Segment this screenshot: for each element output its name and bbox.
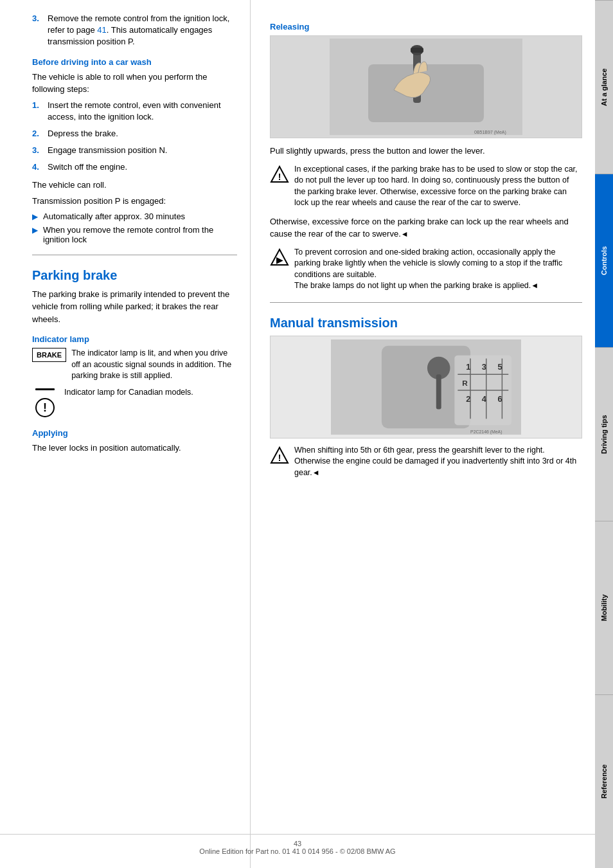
car-wash-step-1: 1. Insert the remote control, even with …: [32, 100, 237, 123]
svg-text:P2C2146 (MeA): P2C2146 (MeA): [470, 429, 502, 435]
manual-transmission-warning: ! When shifting into 5th or 6th gear, pr…: [270, 445, 582, 479]
page-footer: 43 Online Edition for Part no. 01 41 0 0…: [0, 834, 595, 855]
car-wash-step-3-text: Engage transmission position N.: [48, 145, 237, 156]
brake-indicator-box: BRAKE: [32, 348, 66, 362]
svg-rect-4: [368, 64, 484, 122]
car-wash-step-2-text: Depress the brake.: [48, 128, 237, 140]
bullet-text-1: Automatically after approx. 30 minutes: [43, 212, 185, 221]
car-wash-step-4-num: 4.: [32, 161, 45, 173]
sidebar-tab-at-a-glance[interactable]: At a glance: [595, 0, 613, 174]
svg-rect-16: [436, 374, 441, 409]
releasing-note-text: To prevent corrosion and one-sided braki…: [294, 247, 582, 292]
warning-triangle-icon: !: [270, 165, 289, 185]
svg-rect-0: [35, 388, 55, 390]
car-wash-step-3: 3. Engage transmission position N.: [32, 145, 237, 156]
svg-text:!: !: [278, 172, 281, 182]
sidebar-tab-controls[interactable]: Controls: [595, 174, 613, 347]
releasing-heading: Releasing: [270, 22, 582, 32]
sidebar-tabs: At a glance Controls Driving tips Mobili…: [595, 0, 613, 868]
step-3-item: 3. Remove the remote control from the ig…: [32, 13, 237, 48]
footer-text: Online Edition for Part no. 01 41 0 014 …: [199, 847, 395, 855]
car-wash-step-3-num: 3.: [32, 145, 45, 156]
sidebar-tab-driving-tips[interactable]: Driving tips: [595, 347, 613, 521]
right-column: Releasing: [251, 0, 595, 868]
svg-text:5: 5: [497, 362, 502, 372]
svg-text:2: 2: [466, 393, 470, 403]
canadian-indicator-icon: !: [32, 388, 58, 419]
applying-heading: Applying: [32, 428, 237, 438]
svg-text:!: !: [43, 401, 47, 414]
canadian-indicator-text: Indicator lamp for Canadian models.: [64, 387, 237, 399]
svg-text:1: 1: [466, 362, 470, 372]
svg-text:▶: ▶: [276, 255, 283, 265]
car-wash-step-4-text: Switch off the engine.: [48, 161, 237, 173]
releasing-warning: ! In exceptional cases, if the parking b…: [270, 164, 582, 209]
left-column: 3. Remove the remote control from the ig…: [0, 0, 251, 868]
indicator-lamp-heading: Indicator lamp: [32, 334, 237, 344]
car-wash-step-1-num: 1.: [32, 100, 45, 123]
transmission-engaged: Transmission position P is engaged:: [32, 195, 237, 208]
bullet-2: ▶ When you remove the remote control fro…: [32, 225, 237, 244]
page-number: 43: [294, 840, 301, 847]
manual-transmission-heading: Manual transmission: [270, 316, 582, 330]
mt-warning-triangle-icon: !: [270, 446, 289, 466]
releasing-warning-text: In exceptional cases, if the parking bra…: [294, 164, 582, 209]
svg-text:R: R: [462, 379, 468, 388]
step-3-number: 3.: [32, 13, 45, 48]
releasing-illustration: 0B51B97 (MeA): [330, 39, 522, 135]
car-wash-intro: The vehicle is able to roll when you per…: [32, 71, 237, 96]
car-wash-step-2: 2. Depress the brake.: [32, 128, 237, 140]
canadian-indicator-row: ! Indicator lamp for Canadian models.: [32, 387, 237, 419]
bullet-1: ▶ Automatically after approx. 30 minutes: [32, 212, 237, 221]
bullet-arrow-1: ▶: [32, 212, 38, 221]
section-divider-1: [32, 255, 237, 255]
car-wash-heading: Before driving into a car wash: [32, 57, 237, 67]
bullet-text-2: When you remove the remote control from …: [43, 225, 237, 244]
svg-text:4: 4: [482, 393, 487, 403]
step-3-text: Remove the remote control from the ignit…: [48, 13, 237, 48]
mt-warning-text: When shifting into 5th or 6th gear, pres…: [294, 445, 582, 479]
applying-text: The lever locks in position automaticall…: [32, 442, 237, 455]
releasing-description: Pull slightly upwards, press the button …: [270, 145, 582, 158]
page-link-41[interactable]: 41: [97, 25, 106, 35]
bullet-arrow-2: ▶: [32, 226, 38, 235]
gear-diagram: 1 3 5 R 2 4 6 P2C2146 (MeA): [270, 336, 582, 439]
sidebar-tab-reference[interactable]: Reference: [595, 694, 613, 868]
gear-illustration: 1 3 5 R 2 4 6 P2C2146 (MeA): [330, 339, 522, 435]
car-wash-step-4: 4. Switch off the engine.: [32, 161, 237, 173]
brake-indicator-text: The indicator lamp is lit, and when you …: [71, 348, 237, 382]
car-wash-step-1-text: Insert the remote control, even with con…: [48, 100, 237, 123]
releasing-note: ▶ To prevent corrosion and one-sided bra…: [270, 247, 582, 292]
section-divider-2: [270, 302, 582, 303]
sidebar-tab-mobility[interactable]: Mobility: [595, 521, 613, 694]
note-triangle-icon: ▶: [270, 248, 289, 268]
brake-indicator-section: BRAKE The indicator lamp is lit, and whe…: [32, 348, 237, 382]
car-wash-step-2-num: 2.: [32, 128, 45, 140]
excessive-force-text: Otherwise, excessive force on the parkin…: [270, 215, 582, 240]
svg-text:!: !: [278, 453, 281, 463]
releasing-image: 0B51B97 (MeA): [270, 35, 582, 138]
parking-brake-intro: The parking brake is primarily intended …: [32, 288, 237, 326]
svg-text:0B51B97 (MeA): 0B51B97 (MeA): [474, 130, 506, 135]
svg-text:3: 3: [482, 362, 486, 372]
svg-text:6: 6: [497, 393, 502, 403]
parking-brake-heading: Parking brake: [32, 268, 237, 283]
vehicle-can-roll: The vehicle can roll.: [32, 179, 237, 192]
svg-rect-7: [411, 48, 423, 53]
